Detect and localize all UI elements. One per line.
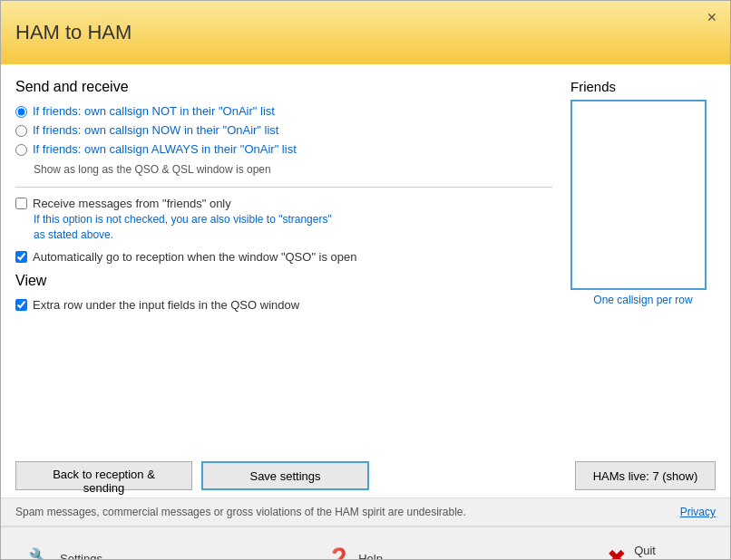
friends-textarea[interactable] xyxy=(570,100,707,290)
radio-label-2: If friends: own callsign NOW in their "O… xyxy=(33,123,278,137)
spam-bar: Spam messages, commercial messages or gr… xyxy=(1,497,730,526)
checkbox-group: Receive messages from "friends" only If … xyxy=(15,197,552,264)
checkbox-note-1: If this option is not checked, you are a… xyxy=(34,212,552,243)
radio-label-3: If friends: own callsign ALWAYS in their… xyxy=(33,142,297,156)
checkbox-item-1: Receive messages from "friends" only If … xyxy=(15,197,552,243)
radio-option-2[interactable]: If friends: own callsign NOW in their "O… xyxy=(15,123,552,137)
radio-option-1[interactable]: If friends: own callsign NOT in their "O… xyxy=(15,104,552,118)
separator xyxy=(15,187,552,188)
checkbox-label-2: Automatically go to reception when the w… xyxy=(33,250,357,264)
settings-footer-item[interactable]: 🔧 Settings xyxy=(28,547,102,561)
hams-live-button[interactable]: HAMs live: 7 (show) xyxy=(575,461,716,490)
quit-footer-item[interactable]: ✖ Quit HAM to HAM xyxy=(607,544,703,560)
friends-hint: One callsign per row xyxy=(570,294,716,306)
radio-input-1[interactable] xyxy=(15,106,27,118)
radio-input-3[interactable] xyxy=(15,144,27,156)
left-panel: Send and receive If friends: own callsig… xyxy=(15,79,552,447)
title-bar: HAM to HAM xyxy=(1,1,730,64)
radio-group: If friends: own callsign NOT in their "O… xyxy=(15,104,552,176)
radio-label-1: If friends: own callsign NOT in their "O… xyxy=(33,104,275,118)
main-content: Send and receive If friends: own callsig… xyxy=(1,64,730,454)
close-button[interactable]: ✕ xyxy=(703,8,721,26)
radio-input-2[interactable] xyxy=(15,125,27,137)
buttons-row: Back to reception & sending Save setting… xyxy=(1,454,730,497)
radio-option-3[interactable]: If friends: own callsign ALWAYS in their… xyxy=(15,142,552,176)
view-checkbox-input[interactable] xyxy=(15,299,27,311)
settings-label: Settings xyxy=(60,552,102,560)
quit-label: Quit HAM to HAM xyxy=(634,544,703,560)
checkbox-input-1[interactable] xyxy=(15,198,27,209)
help-label: Help xyxy=(358,552,383,560)
footer: 🔧 Settings ❓ Help ✖ Quit HAM to HAM xyxy=(1,526,730,560)
save-button[interactable]: Save settings xyxy=(201,461,369,490)
privacy-link[interactable]: Privacy xyxy=(680,506,716,518)
checkbox-label-1: Receive messages from "friends" only xyxy=(33,197,231,210)
window-title: HAM to HAM xyxy=(15,21,132,44)
radio-sub-3: Show as long as the QSO & QSL window is … xyxy=(34,163,271,176)
checkbox-input-2[interactable] xyxy=(15,251,27,263)
help-footer-item[interactable]: ❓ Help xyxy=(327,547,383,561)
back-button[interactable]: Back to reception & sending xyxy=(15,461,192,490)
view-checkbox-item: Extra row under the input fields in the … xyxy=(15,298,552,312)
right-panel: Friends One callsign per row xyxy=(570,79,716,447)
send-receive-title: Send and receive xyxy=(15,79,552,95)
friends-title: Friends xyxy=(570,79,716,94)
view-section: View Extra row under the input fields in… xyxy=(15,273,552,312)
spam-text: Spam messages, commercial messages or gr… xyxy=(15,506,466,518)
quit-icon: ✖ xyxy=(607,545,627,560)
settings-icon: 🔧 xyxy=(28,547,53,561)
view-checkbox-label: Extra row under the input fields in the … xyxy=(33,298,299,312)
checkbox-item-2: Automatically go to reception when the w… xyxy=(15,250,552,264)
view-title: View xyxy=(15,273,552,289)
help-icon: ❓ xyxy=(327,547,351,561)
